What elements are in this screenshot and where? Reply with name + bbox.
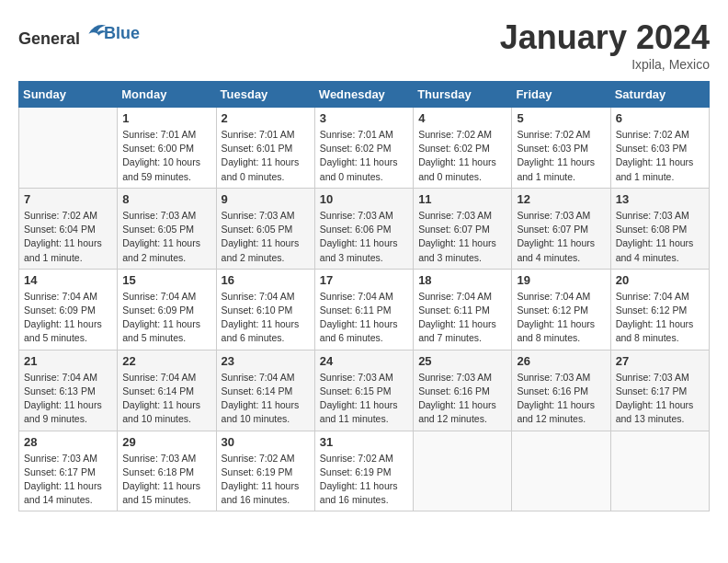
day-number: 2	[222, 111, 310, 125]
day-info: Sunrise: 7:02 AMSunset: 6:03 PMDaylight:…	[616, 128, 704, 184]
title-block: January 2024 Ixpila, Mexico	[500, 18, 710, 72]
logo-blue: Blue	[104, 24, 140, 43]
day-info: Sunrise: 7:03 AMSunset: 6:05 PMDaylight:…	[222, 209, 310, 265]
calendar-cell: 22Sunrise: 7:04 AMSunset: 6:14 PMDayligh…	[118, 350, 216, 431]
day-info: Sunrise: 7:03 AMSunset: 6:06 PMDaylight:…	[320, 209, 408, 265]
calendar-cell: 24Sunrise: 7:03 AMSunset: 6:15 PMDayligh…	[314, 350, 413, 431]
calendar-header: SundayMondayTuesdayWednesdayThursdayFrid…	[19, 82, 710, 108]
day-info: Sunrise: 7:01 AMSunset: 6:00 PMDaylight:…	[122, 128, 210, 184]
calendar-cell: 3Sunrise: 7:01 AMSunset: 6:02 PMDaylight…	[314, 108, 413, 189]
day-info: Sunrise: 7:02 AMSunset: 6:19 PMDaylight:…	[320, 452, 408, 508]
calendar-cell: 4Sunrise: 7:02 AMSunset: 6:02 PMDaylight…	[414, 108, 512, 189]
day-info: Sunrise: 7:04 AMSunset: 6:09 PMDaylight:…	[24, 290, 112, 346]
calendar-cell	[512, 431, 610, 511]
calendar-cell: 12Sunrise: 7:03 AMSunset: 6:07 PMDayligh…	[512, 188, 610, 269]
day-number: 6	[616, 111, 704, 125]
day-number: 3	[320, 111, 408, 125]
weekday-header-sunday: Sunday	[19, 82, 118, 108]
day-number: 5	[517, 111, 605, 125]
day-info: Sunrise: 7:03 AMSunset: 6:16 PMDaylight:…	[517, 371, 605, 427]
weekday-header-wednesday: Wednesday	[314, 82, 413, 108]
weekday-header-monday: Monday	[118, 82, 216, 108]
day-number: 29	[122, 435, 210, 449]
day-info: Sunrise: 7:04 AMSunset: 6:11 PMDaylight:…	[418, 290, 506, 346]
day-info: Sunrise: 7:03 AMSunset: 6:17 PMDaylight:…	[616, 371, 704, 427]
month-title: January 2024	[500, 18, 710, 57]
day-info: Sunrise: 7:03 AMSunset: 6:07 PMDaylight:…	[517, 209, 605, 265]
calendar-cell: 9Sunrise: 7:03 AMSunset: 6:05 PMDaylight…	[216, 188, 314, 269]
calendar-cell: 29Sunrise: 7:03 AMSunset: 6:18 PMDayligh…	[118, 431, 216, 511]
calendar-cell: 28Sunrise: 7:03 AMSunset: 6:17 PMDayligh…	[19, 431, 118, 511]
day-info: Sunrise: 7:03 AMSunset: 6:16 PMDaylight:…	[418, 371, 506, 427]
weekday-header-saturday: Saturday	[610, 82, 709, 108]
day-number: 23	[222, 354, 310, 368]
calendar-cell: 1Sunrise: 7:01 AMSunset: 6:00 PMDaylight…	[118, 108, 216, 189]
day-info: Sunrise: 7:04 AMSunset: 6:12 PMDaylight:…	[616, 290, 704, 346]
day-number: 17	[320, 273, 408, 287]
calendar-cell: 7Sunrise: 7:02 AMSunset: 6:04 PMDaylight…	[19, 188, 118, 269]
calendar-cell: 31Sunrise: 7:02 AMSunset: 6:19 PMDayligh…	[314, 431, 413, 511]
day-info: Sunrise: 7:04 AMSunset: 6:10 PMDaylight:…	[222, 290, 310, 346]
calendar-table: SundayMondayTuesdayWednesdayThursdayFrid…	[18, 81, 710, 511]
calendar-cell	[414, 431, 512, 511]
day-number: 22	[122, 354, 210, 368]
calendar-cell: 2Sunrise: 7:01 AMSunset: 6:01 PMDaylight…	[216, 108, 314, 189]
calendar-cell: 10Sunrise: 7:03 AMSunset: 6:06 PMDayligh…	[314, 188, 413, 269]
day-info: Sunrise: 7:03 AMSunset: 6:07 PMDaylight:…	[418, 209, 506, 265]
day-number: 30	[222, 435, 310, 449]
day-info: Sunrise: 7:04 AMSunset: 6:14 PMDaylight:…	[222, 371, 310, 427]
calendar-cell: 26Sunrise: 7:03 AMSunset: 6:16 PMDayligh…	[512, 350, 610, 431]
day-info: Sunrise: 7:04 AMSunset: 6:12 PMDaylight:…	[517, 290, 605, 346]
calendar-cell: 15Sunrise: 7:04 AMSunset: 6:09 PMDayligh…	[118, 269, 216, 350]
calendar-cell	[610, 431, 709, 511]
weekday-header-friday: Friday	[512, 82, 610, 108]
day-info: Sunrise: 7:03 AMSunset: 6:15 PMDaylight:…	[320, 371, 408, 427]
calendar-cell: 6Sunrise: 7:02 AMSunset: 6:03 PMDaylight…	[610, 108, 709, 189]
calendar-week-2: 7Sunrise: 7:02 AMSunset: 6:04 PMDaylight…	[19, 188, 710, 269]
calendar-cell: 30Sunrise: 7:02 AMSunset: 6:19 PMDayligh…	[216, 431, 314, 511]
day-info: Sunrise: 7:04 AMSunset: 6:11 PMDaylight:…	[320, 290, 408, 346]
calendar-cell: 5Sunrise: 7:02 AMSunset: 6:03 PMDaylight…	[512, 108, 610, 189]
logo: General Blue	[18, 18, 140, 49]
day-number: 28	[24, 435, 112, 449]
day-number: 25	[418, 354, 506, 368]
day-info: Sunrise: 7:02 AMSunset: 6:02 PMDaylight:…	[418, 128, 506, 184]
day-number: 10	[320, 192, 408, 206]
day-info: Sunrise: 7:03 AMSunset: 6:08 PMDaylight:…	[616, 209, 704, 265]
calendar-cell: 11Sunrise: 7:03 AMSunset: 6:07 PMDayligh…	[414, 188, 512, 269]
day-number: 7	[24, 192, 112, 206]
day-number: 12	[517, 192, 605, 206]
calendar-cell: 16Sunrise: 7:04 AMSunset: 6:10 PMDayligh…	[216, 269, 314, 350]
calendar-week-4: 21Sunrise: 7:04 AMSunset: 6:13 PMDayligh…	[19, 350, 710, 431]
day-number: 13	[616, 192, 704, 206]
day-number: 14	[24, 273, 112, 287]
calendar-cell	[19, 108, 118, 189]
day-number: 24	[320, 354, 408, 368]
weekday-header-row: SundayMondayTuesdayWednesdayThursdayFrid…	[19, 82, 710, 108]
logo-general: General	[18, 29, 80, 48]
day-number: 11	[418, 192, 506, 206]
calendar-cell: 19Sunrise: 7:04 AMSunset: 6:12 PMDayligh…	[512, 269, 610, 350]
weekday-header-thursday: Thursday	[414, 82, 512, 108]
day-info: Sunrise: 7:04 AMSunset: 6:09 PMDaylight:…	[122, 290, 210, 346]
day-number: 4	[418, 111, 506, 125]
day-info: Sunrise: 7:04 AMSunset: 6:13 PMDaylight:…	[24, 371, 112, 427]
calendar-week-3: 14Sunrise: 7:04 AMSunset: 6:09 PMDayligh…	[19, 269, 710, 350]
calendar-week-1: 1Sunrise: 7:01 AMSunset: 6:00 PMDaylight…	[19, 108, 710, 189]
calendar-cell: 27Sunrise: 7:03 AMSunset: 6:17 PMDayligh…	[610, 350, 709, 431]
weekday-header-tuesday: Tuesday	[216, 82, 314, 108]
calendar-cell: 25Sunrise: 7:03 AMSunset: 6:16 PMDayligh…	[414, 350, 512, 431]
day-number: 1	[122, 111, 210, 125]
day-number: 27	[616, 354, 704, 368]
calendar-cell: 20Sunrise: 7:04 AMSunset: 6:12 PMDayligh…	[610, 269, 709, 350]
day-number: 15	[122, 273, 210, 287]
calendar-cell: 17Sunrise: 7:04 AMSunset: 6:11 PMDayligh…	[314, 269, 413, 350]
day-number: 16	[222, 273, 310, 287]
day-number: 8	[122, 192, 210, 206]
calendar-cell: 13Sunrise: 7:03 AMSunset: 6:08 PMDayligh…	[610, 188, 709, 269]
day-number: 21	[24, 354, 112, 368]
day-number: 31	[320, 435, 408, 449]
calendar-body: 1Sunrise: 7:01 AMSunset: 6:00 PMDaylight…	[19, 108, 710, 511]
day-info: Sunrise: 7:02 AMSunset: 6:19 PMDaylight:…	[222, 452, 310, 508]
calendar-week-5: 28Sunrise: 7:03 AMSunset: 6:17 PMDayligh…	[19, 431, 710, 511]
